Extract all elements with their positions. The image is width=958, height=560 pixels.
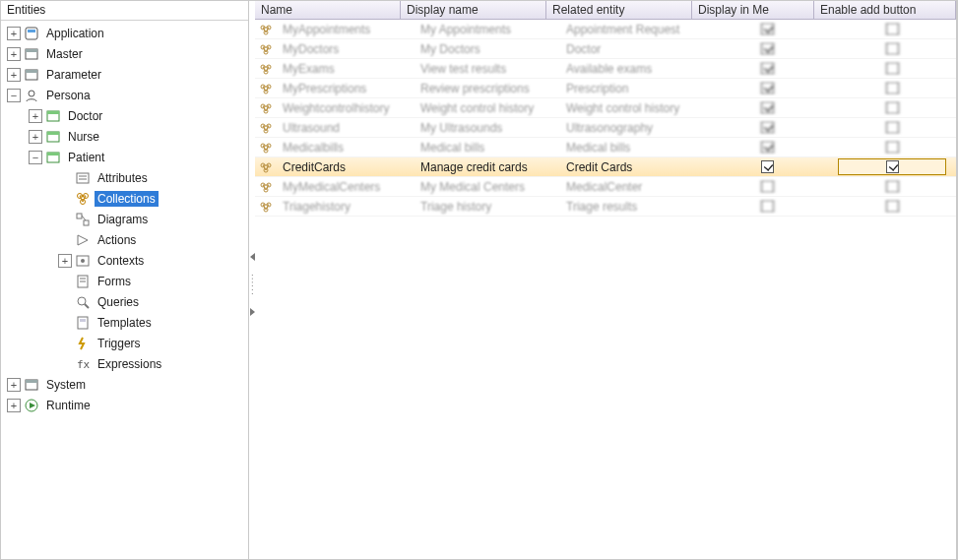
tree-label[interactable]: Patient xyxy=(65,150,107,165)
display-in-me-checkbox[interactable] xyxy=(761,62,774,75)
tree-label[interactable]: Application xyxy=(43,26,107,41)
tree-label[interactable]: Templates xyxy=(95,315,155,331)
expand-icon[interactable]: + xyxy=(29,130,42,144)
tree-label[interactable]: Queries xyxy=(95,294,142,310)
grid-header-related[interactable]: Related entity xyxy=(546,1,692,19)
tree-node-app[interactable]: +Application xyxy=(1,23,248,43)
table-row[interactable]: MedicalbillsMedical billsMedical bills xyxy=(255,138,956,157)
enable-add-checkbox[interactable] xyxy=(886,121,899,134)
cell-display[interactable]: My Appointments xyxy=(415,23,560,36)
enable-add-checkbox[interactable] xyxy=(886,141,899,154)
tree-node-attrs[interactable]: Attributes xyxy=(1,167,248,188)
tree-label[interactable]: Forms xyxy=(95,274,134,289)
splitter-grip[interactable]: ······ xyxy=(249,253,255,316)
enable-add-checkbox[interactable] xyxy=(886,23,899,35)
enable-add-editor[interactable] xyxy=(838,158,946,175)
cell-name[interactable]: CreditCards xyxy=(277,160,415,174)
tree-node-diags[interactable]: Diagrams xyxy=(1,209,248,229)
cell-display[interactable]: My Ultrasounds xyxy=(415,121,560,135)
enable-add-checkbox[interactable] xyxy=(886,180,899,193)
tree-node-colls[interactable]: Collections xyxy=(1,188,248,209)
cell-related[interactable]: Triage results xyxy=(560,200,706,214)
tree-node-forms[interactable]: Forms xyxy=(1,271,248,291)
collapse-left-icon[interactable] xyxy=(250,253,255,261)
expand-icon[interactable]: + xyxy=(7,378,21,392)
cell-related[interactable]: Prescription xyxy=(560,82,706,95)
table-row[interactable]: CreditCardsManage credit cardsCredit Car… xyxy=(255,157,956,177)
expand-icon[interactable]: + xyxy=(7,27,21,40)
tree-label[interactable]: Doctor xyxy=(65,108,105,124)
cell-related[interactable]: Appointment Request xyxy=(560,23,706,36)
display-in-me-checkbox[interactable] xyxy=(761,200,774,213)
tree-label[interactable]: Triggers xyxy=(95,336,144,351)
tree-node-actions[interactable]: Actions xyxy=(1,229,248,250)
table-row[interactable]: MyDoctorsMy DoctorsDoctor xyxy=(255,39,956,59)
cell-related[interactable]: Doctor xyxy=(560,42,706,56)
display-in-me-checkbox[interactable] xyxy=(761,42,774,55)
cell-related[interactable]: Weight control history xyxy=(560,101,706,115)
expand-icon[interactable]: + xyxy=(29,109,42,123)
tree-label[interactable]: Expressions xyxy=(95,356,164,372)
table-row[interactable]: MyPrescriptionsReview prescriptionsPresc… xyxy=(255,79,956,98)
cell-name[interactable]: Ultrasound xyxy=(277,121,415,135)
cell-display[interactable]: View test results xyxy=(415,62,560,76)
tree-node-param[interactable]: +Parameter xyxy=(1,64,248,85)
cell-display[interactable]: Manage credit cards xyxy=(415,160,560,174)
table-row[interactable]: MyAppointmentsMy AppointmentsAppointment… xyxy=(255,20,956,39)
cell-related[interactable]: Available exams xyxy=(560,62,706,76)
cell-name[interactable]: MyMedicalCenters xyxy=(277,180,415,194)
cell-name[interactable]: Triagehistory xyxy=(277,200,415,214)
enable-add-checkbox[interactable] xyxy=(886,101,899,114)
enable-add-checkbox[interactable] xyxy=(886,200,899,213)
tree-node-contexts[interactable]: +Contexts xyxy=(1,250,248,271)
grid-header-display[interactable]: Display name xyxy=(401,1,546,19)
cell-display[interactable]: Medical bills xyxy=(415,141,560,155)
cell-name[interactable]: MyAppointments xyxy=(277,23,415,36)
display-in-me-checkbox[interactable] xyxy=(761,23,774,35)
tree-label[interactable]: Master xyxy=(43,46,86,62)
tree-node-system[interactable]: +System xyxy=(1,374,248,395)
cell-display[interactable]: My Medical Centers xyxy=(415,180,560,194)
table-row[interactable]: TriagehistoryTriage historyTriage result… xyxy=(255,197,956,217)
cell-name[interactable]: MyDoctors xyxy=(277,42,415,56)
grid-header-display-in-me[interactable]: Display in Me xyxy=(692,1,814,19)
tree-node-templates[interactable]: Templates xyxy=(1,312,248,333)
tree-label[interactable]: Contexts xyxy=(95,253,147,269)
grid-header-enable-add[interactable]: Enable add button xyxy=(814,1,956,19)
enable-add-checkbox[interactable] xyxy=(886,160,899,173)
tree-node-exprs[interactable]: Expressions xyxy=(1,353,248,374)
collapse-icon[interactable]: − xyxy=(29,151,42,164)
cell-display[interactable]: Triage history xyxy=(415,200,560,214)
tree-node-queries[interactable]: Queries xyxy=(1,291,248,312)
cell-related[interactable]: Credit Cards xyxy=(560,160,706,174)
tree-label[interactable]: Nurse xyxy=(65,129,102,145)
display-in-me-checkbox[interactable] xyxy=(761,180,774,193)
enable-add-checkbox[interactable] xyxy=(886,42,899,55)
cell-related[interactable]: MedicalCenter xyxy=(560,180,706,194)
grid-header-name[interactable]: Name xyxy=(255,1,401,19)
table-row[interactable]: MyExamsView test resultsAvailable exams xyxy=(255,59,956,79)
tree-label[interactable]: Parameter xyxy=(43,67,104,83)
tree-label[interactable]: Actions xyxy=(95,232,139,248)
cell-name[interactable]: MyExams xyxy=(277,62,415,76)
tree-node-runtime[interactable]: +Runtime xyxy=(1,395,248,415)
table-row[interactable]: WeightcontrolhistoryWeight control histo… xyxy=(255,98,956,118)
collapse-right-icon[interactable] xyxy=(250,308,255,316)
enable-add-checkbox[interactable] xyxy=(886,62,899,75)
tree-label[interactable]: Collections xyxy=(95,191,159,207)
expand-icon[interactable]: + xyxy=(7,68,21,82)
tree-label[interactable]: Attributes xyxy=(95,170,151,186)
cell-name[interactable]: Weightcontrolhistory xyxy=(277,101,415,115)
cell-name[interactable]: Medicalbills xyxy=(277,141,415,155)
tree-label[interactable]: Runtime xyxy=(43,398,94,413)
expand-icon[interactable]: + xyxy=(7,399,21,412)
cell-name[interactable]: MyPrescriptions xyxy=(277,82,415,95)
tree-label[interactable]: Persona xyxy=(43,88,94,103)
cell-related[interactable]: Ultrasonography xyxy=(560,121,706,135)
table-row[interactable]: UltrasoundMy UltrasoundsUltrasonography xyxy=(255,118,956,138)
tree-node-nurse[interactable]: +Nurse xyxy=(1,126,248,147)
tree-label[interactable]: Diagrams xyxy=(95,212,151,227)
display-in-me-checkbox[interactable] xyxy=(761,160,774,173)
cell-display[interactable]: My Doctors xyxy=(415,42,560,56)
tree-node-doctor[interactable]: +Doctor xyxy=(1,105,248,126)
